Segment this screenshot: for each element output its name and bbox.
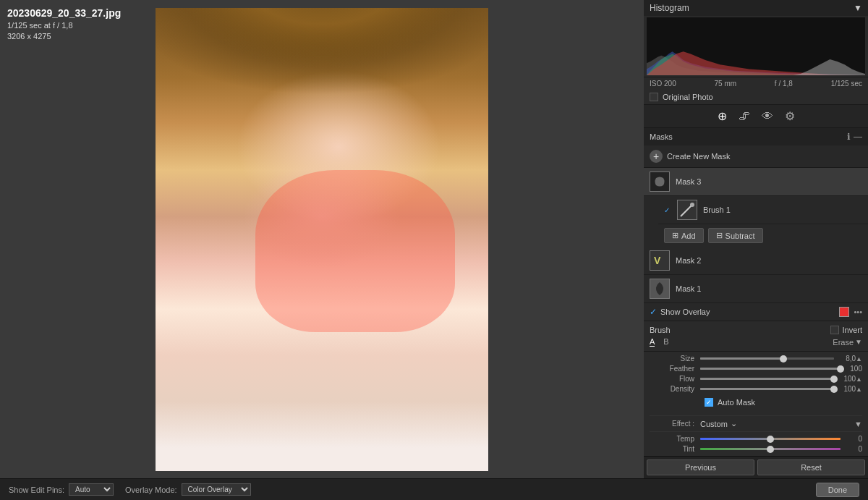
overlay-mode-item: Overlay Mode: Color Overlay Mask Overlay… [125, 483, 251, 496]
eye-tool-icon[interactable]: 👁 [762, 110, 773, 123]
mask-overlay [255, 170, 455, 332]
temp-value: 0 [841, 435, 862, 443]
brush-check-icon: ✓ [664, 206, 670, 214]
masks-panel: Masks ℹ — + Create New Mask [644, 128, 868, 321]
iso-label: ISO 200 [650, 80, 676, 88]
tab-b[interactable]: B [663, 337, 668, 347]
effect-value: Custom [700, 420, 728, 428]
temp-row: Temp 0 [650, 435, 862, 443]
temp-track[interactable] [700, 438, 841, 440]
density-row: Density 100 ▲ [650, 385, 862, 393]
brush-settings: Brush Invert A B Erase ▼ [644, 321, 868, 352]
original-photo-label: Original Photo [663, 93, 713, 101]
ab-tabs: A B [650, 337, 669, 347]
histogram-canvas [647, 17, 865, 75]
plus-circle-icon: + [650, 150, 663, 163]
invert-checkbox[interactable] [830, 326, 839, 334]
brush1-item[interactable]: ✓ Brush 1 [658, 196, 868, 224]
tools-row: ⊕ 🖇 👁 ⚙ [644, 105, 868, 128]
mask2-item[interactable]: V Mask 2 [644, 247, 868, 275]
invert-row: Invert [830, 326, 862, 334]
photo-dimensions: 3206 x 4275 [7, 32, 121, 41]
subtract-icon: ⊟ [716, 231, 723, 240]
density-fill [700, 388, 834, 390]
histogram-section: Histogram ▼ ISO 200 [644, 0, 868, 105]
overlay-checkmark[interactable]: ✓ [650, 307, 657, 317]
reset-button[interactable]: Reset [757, 459, 865, 475]
brush-header: Brush Invert [650, 326, 862, 334]
tint-track[interactable] [700, 448, 841, 450]
tint-thumb[interactable] [767, 446, 774, 453]
crop-tool-icon[interactable]: ⊕ [718, 109, 727, 123]
bottom-left: Show Edit Pins: Auto Always Never Overla… [9, 483, 251, 496]
add-button[interactable]: ⊞ Add [664, 228, 704, 243]
show-edit-pins-item: Show Edit Pins: Auto Always Never [9, 483, 114, 496]
svg-marker-4 [793, 59, 865, 75]
flow-up-icon[interactable]: ▲ [856, 376, 862, 383]
overlay-mode-label: Overlay Mode: [125, 486, 177, 494]
density-track[interactable] [700, 388, 834, 390]
masks-more-icon[interactable]: — [854, 132, 862, 142]
photo-area: 20230629_20_33_27.jpg 1/125 sec at f / 1… [0, 0, 644, 478]
effect-dropdown[interactable]: Custom ⌄ [700, 419, 737, 428]
effect-expand-icon[interactable]: ▼ [854, 420, 862, 428]
heal-tool-icon[interactable]: 🖇 [739, 110, 750, 123]
masks-icons: ℹ — [847, 132, 862, 142]
density-up-icon[interactable]: ▲ [856, 386, 862, 393]
histogram-expand-icon[interactable]: ▼ [854, 3, 862, 13]
mask1-thumbnail [650, 279, 670, 299]
previous-button[interactable]: Previous [647, 459, 754, 475]
done-button[interactable]: Done [816, 483, 859, 497]
show-edit-pins-select[interactable]: Auto Always Never [69, 483, 114, 496]
flow-thumb[interactable] [830, 376, 838, 383]
masks-title: Masks [650, 132, 673, 141]
original-photo-row: Original Photo [644, 90, 868, 104]
erase-label: Erase [833, 338, 854, 347]
effect-label: Effect : [650, 420, 700, 428]
aperture-label: f / 1,8 [775, 80, 793, 88]
subtract-label: Subtract [726, 232, 755, 240]
effect-dropdown-icon: ⌄ [731, 419, 737, 428]
masks-header-left: Masks [650, 132, 673, 141]
erase-dropdown-arrow[interactable]: ▼ [855, 338, 862, 346]
brush-title: Brush [650, 326, 671, 334]
overlay-color-swatch[interactable] [839, 307, 849, 317]
tab-a[interactable]: A [650, 337, 655, 347]
feather-fill [700, 368, 841, 370]
original-photo-checkbox[interactable] [650, 93, 658, 101]
feather-label: Feather [650, 365, 700, 373]
size-up-icon[interactable]: ▲ [856, 355, 862, 363]
feather-track[interactable] [700, 368, 841, 370]
create-mask-label: Create New Mask [667, 152, 730, 161]
create-mask-button[interactable]: + Create New Mask [644, 145, 868, 168]
temp-label: Temp [650, 435, 700, 443]
flow-track[interactable] [700, 378, 834, 380]
histogram-meta: ISO 200 75 mm f / 1,8 1/125 sec [644, 77, 868, 90]
mask2-thumbnail: V [650, 250, 670, 271]
mask1-item[interactable]: Mask 1 [644, 275, 868, 303]
size-thumb[interactable] [780, 355, 787, 363]
feather-thumb[interactable] [837, 365, 844, 373]
auto-mask-checkbox[interactable]: ✓ [705, 398, 713, 407]
temp-thumb[interactable] [767, 436, 774, 443]
size-track[interactable] [700, 357, 834, 360]
bottom-toolbar: Show Edit Pins: Auto Always Never Overla… [0, 478, 868, 500]
settings-tool-icon[interactable]: ⚙ [785, 109, 795, 123]
density-thumb[interactable] [830, 386, 838, 393]
overlay-mode-select[interactable]: Color Overlay Mask Overlay Image Overlay [182, 483, 251, 496]
masks-header: Masks ℹ — [644, 128, 868, 145]
flow-fill [700, 378, 834, 380]
histogram-header: Histogram ▼ [644, 0, 868, 16]
subtract-button[interactable]: ⊟ Subtract [708, 228, 763, 243]
overlay-options-icon[interactable]: ••• [854, 308, 862, 316]
mask3-item[interactable]: Mask 3 [644, 168, 868, 196]
photo-info: 20230629_20_33_27.jpg 1/125 sec at f / 1… [7, 7, 121, 41]
photo-shutter: 1/125 sec at f / 1,8 [7, 21, 121, 30]
add-icon: ⊞ [672, 231, 678, 240]
brush1-thumbnail [677, 200, 697, 220]
tint-value: 0 [841, 445, 862, 453]
size-label: Size [650, 355, 700, 363]
masks-info-icon[interactable]: ℹ [847, 132, 851, 142]
size-value: 8,0 [834, 355, 856, 363]
tint-label: Tint [650, 445, 700, 453]
